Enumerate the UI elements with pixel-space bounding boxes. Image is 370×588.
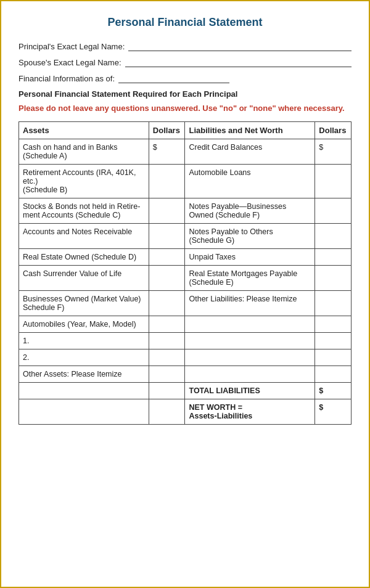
- dollar-left-cell: [149, 249, 185, 266]
- liability-cell: Other Liabilities: Please Itemize: [185, 291, 315, 316]
- financial-info-label: Financial Information as of:: [18, 74, 115, 83]
- header-dollars-left: Dollars: [149, 122, 185, 139]
- asset-cell: [19, 399, 149, 425]
- liability-cell: Real Estate Mortgages Payable (Schedule …: [185, 266, 315, 291]
- table-row: Stocks & Bonds not held in Retire-ment A…: [19, 198, 352, 224]
- liability-cell: [185, 316, 315, 333]
- dollar-right-cell: $: [315, 139, 352, 165]
- table-row: Real Estate Owned (Schedule D)Unpaid Tax…: [19, 249, 352, 266]
- spouse-name-line: Spouse's Exact Legal Name:: [18, 57, 352, 67]
- dollar-right-cell: $: [315, 399, 352, 425]
- asset-cell: [19, 383, 149, 399]
- dollar-right-cell: $: [315, 383, 352, 399]
- principal-input[interactable]: [128, 41, 352, 51]
- dollar-left-cell: [149, 316, 185, 333]
- dollar-right-cell: [315, 249, 352, 266]
- table-row: 2.: [19, 349, 352, 366]
- table-header-row: Assets Dollars Liabilities and Net Worth…: [19, 122, 352, 139]
- financial-info-line: Financial Information as of:: [18, 73, 352, 83]
- asset-cell: Cash Surrender Value of Life: [19, 266, 149, 291]
- liability-cell: Unpaid Taxes: [185, 249, 315, 266]
- asset-cell: 1.: [19, 333, 149, 349]
- table-row: Accounts and Notes ReceivableNotes Payab…: [19, 224, 352, 249]
- liability-cell: Automobile Loans: [185, 165, 315, 198]
- dollar-left-cell: [149, 224, 185, 249]
- asset-cell: Automobiles (Year, Make, Model): [19, 316, 149, 333]
- asset-cell: Other Assets: Please Itemize: [19, 366, 149, 383]
- liability-cell: Notes Payable—Businesses Owned (Schedule…: [185, 198, 315, 224]
- asset-cell: 2.: [19, 349, 149, 366]
- dollar-left-cell: [149, 165, 185, 198]
- financial-table: Assets Dollars Liabilities and Net Worth…: [18, 121, 352, 425]
- liability-cell: [185, 349, 315, 366]
- asset-cell: Accounts and Notes Receivable: [19, 224, 149, 249]
- liability-cell: Notes Payable to Others (Schedule G): [185, 224, 315, 249]
- page-container: Personal Financial Statement Principal's…: [0, 0, 370, 588]
- table-row: Cash Surrender Value of LifeReal Estate …: [19, 266, 352, 291]
- liability-cell: [185, 366, 315, 383]
- dollar-left-cell: [149, 383, 185, 399]
- table-row: 1.: [19, 333, 352, 349]
- asset-cell: Businesses Owned (Market Value) Schedule…: [19, 291, 149, 316]
- header-dollars-right: Dollars: [315, 122, 352, 139]
- dollar-right-cell: [315, 316, 352, 333]
- dollar-left-cell: [149, 399, 185, 425]
- dollar-left-cell: [149, 366, 185, 383]
- dollar-right-cell: [315, 349, 352, 366]
- bold-statement: Personal Financial Statement Required fo…: [18, 89, 352, 99]
- dollar-left-cell: [149, 266, 185, 291]
- dollar-right-cell: [315, 224, 352, 249]
- liability-cell: TOTAL LIABILITIES: [185, 383, 315, 399]
- liability-cell: NET WORTH = Assets-Liabilities: [185, 399, 315, 425]
- dollar-right-cell: [315, 291, 352, 316]
- table-row: Other Assets: Please Itemize: [19, 366, 352, 383]
- dollar-right-cell: [315, 198, 352, 224]
- asset-cell: Stocks & Bonds not held in Retire-ment A…: [19, 198, 149, 224]
- dollar-left-cell: $: [149, 139, 185, 165]
- liability-cell: [185, 333, 315, 349]
- dollar-right-cell: [315, 266, 352, 291]
- spouse-label: Spouse's Exact Legal Name:: [18, 58, 121, 67]
- header-assets: Assets: [19, 122, 149, 139]
- asset-cell: Cash on hand and in Banks (Schedule A): [19, 139, 149, 165]
- table-row: NET WORTH = Assets-Liabilities$: [19, 399, 352, 425]
- asset-cell: Retirement Accounts (IRA, 401K, etc.) (S…: [19, 165, 149, 198]
- dollar-left-cell: [149, 291, 185, 316]
- dollar-right-cell: [315, 165, 352, 198]
- dollar-left-cell: [149, 333, 185, 349]
- dollar-left-cell: [149, 198, 185, 224]
- header-liabilities: Liabilities and Net Worth: [185, 122, 315, 139]
- table-row: TOTAL LIABILITIES$: [19, 383, 352, 399]
- form-section: Principal's Exact Legal Name: Spouse's E…: [18, 41, 352, 83]
- page-title: Personal Financial Statement: [18, 16, 352, 29]
- principal-name-line: Principal's Exact Legal Name:: [18, 41, 352, 51]
- table-row: Businesses Owned (Market Value) Schedule…: [19, 291, 352, 316]
- spouse-input[interactable]: [125, 57, 352, 67]
- table-row: Retirement Accounts (IRA, 401K, etc.) (S…: [19, 165, 352, 198]
- warning-text: Please do not leave any questions unansw…: [18, 104, 352, 113]
- table-row: Automobiles (Year, Make, Model): [19, 316, 352, 333]
- dollar-right-cell: [315, 333, 352, 349]
- dollar-right-cell: [315, 366, 352, 383]
- table-row: Cash on hand and in Banks (Schedule A)$C…: [19, 139, 352, 165]
- financial-info-input[interactable]: [118, 73, 229, 83]
- asset-cell: Real Estate Owned (Schedule D): [19, 249, 149, 266]
- dollar-left-cell: [149, 349, 185, 366]
- liability-cell: Credit Card Balances: [185, 139, 315, 165]
- principal-label: Principal's Exact Legal Name:: [18, 42, 125, 51]
